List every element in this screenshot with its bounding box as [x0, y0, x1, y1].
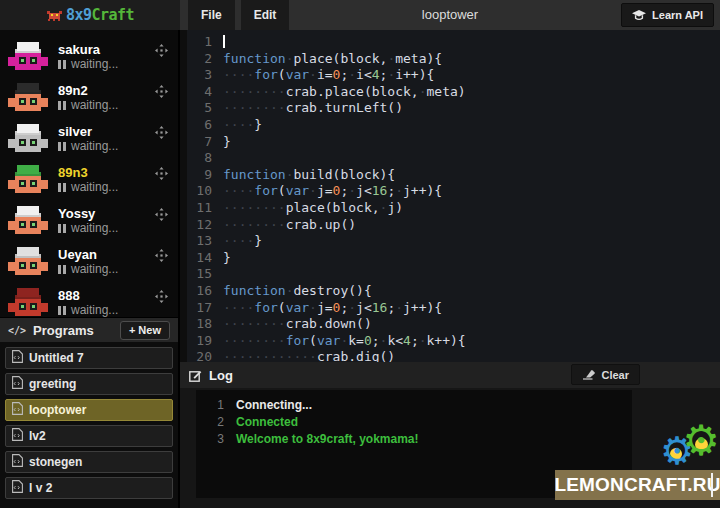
log-title: Log — [209, 368, 233, 383]
program-file-icon — [12, 480, 23, 496]
program-label: lv2 — [29, 429, 46, 443]
program-file-icon — [12, 402, 23, 418]
code-text: ············crab.dig() — [223, 349, 395, 362]
watermark-banner: LEMONCRAFT.RU — [555, 470, 720, 500]
code-line: 6····} — [187, 117, 720, 134]
file-menu-button[interactable]: File — [188, 0, 235, 30]
player-row[interactable]: 89n3waiting... — [0, 159, 178, 200]
pause-icon — [58, 142, 66, 151]
learn-api-button[interactable]: Learn API — [621, 3, 714, 27]
code-line: 11········place(block,·j) — [187, 200, 720, 217]
player-status-label: waiting... — [71, 57, 118, 71]
player-row[interactable]: Yossywaiting... — [0, 200, 178, 241]
player-list: sakurawaiting...89n2waiting...silverwait… — [0, 30, 178, 317]
program-item[interactable]: greeting — [5, 373, 173, 395]
log-entry: 1Connecting... — [208, 397, 632, 414]
move-player-button[interactable] — [155, 248, 168, 266]
player-row[interactable]: 888waiting... — [0, 282, 178, 317]
graduation-cap-icon — [632, 10, 646, 21]
log-entry-text: Connecting... — [236, 397, 312, 414]
player-status-label: waiting... — [71, 221, 118, 235]
program-item[interactable]: lv2 — [5, 425, 173, 447]
edit-menu-button[interactable]: Edit — [241, 0, 290, 30]
crab-avatar-icon — [8, 288, 48, 318]
app-logo: 8x9Craft — [0, 0, 180, 30]
player-info: 89n3waiting... — [58, 165, 118, 194]
code-line: 1 — [187, 34, 720, 51]
player-status-label: waiting... — [71, 303, 118, 317]
player-status: waiting... — [58, 303, 118, 317]
program-file-icon — [12, 428, 23, 444]
line-number: 9 — [187, 167, 223, 184]
line-number: 1 — [187, 34, 223, 51]
line-number: 2 — [187, 51, 223, 68]
player-status-label: waiting... — [71, 98, 118, 112]
log-entry-number: 2 — [208, 414, 224, 431]
player-status: waiting... — [58, 221, 118, 235]
move-player-icon — [155, 249, 168, 262]
code-text: } — [223, 250, 231, 267]
program-item[interactable]: l v 2 — [5, 477, 173, 499]
move-player-button[interactable] — [155, 289, 168, 307]
program-item[interactable]: looptower — [5, 399, 173, 421]
pause-icon — [58, 265, 66, 274]
player-status: waiting... — [58, 262, 118, 276]
app-window: 8x9Craft looptower File Edit Learn API s… — [0, 0, 720, 508]
log-entry-text: Welcome to 8x9craft, yokmama! — [236, 431, 419, 448]
player-status: waiting... — [58, 57, 118, 71]
code-editor[interactable]: 12function·place(block,·meta){3····for(v… — [180, 30, 720, 362]
crab-avatar-icon — [8, 206, 48, 236]
code-line: 13····} — [187, 233, 720, 250]
top-bar: 8x9Craft looptower File Edit Learn API — [0, 0, 720, 30]
player-name: 888 — [58, 288, 118, 303]
player-name: Yossy — [58, 206, 118, 221]
player-avatar — [8, 247, 48, 277]
code-line: 5········crab.turnLeft() — [187, 100, 720, 117]
log-entry: 2Connected — [208, 414, 632, 431]
pause-icon — [58, 224, 66, 233]
player-avatar — [8, 83, 48, 113]
move-player-button[interactable] — [155, 43, 168, 61]
log-entry: 3Welcome to 8x9craft, yokmama! — [208, 431, 632, 448]
programs-list: Untitled 7greetinglooptowerlv2stonegenl … — [0, 342, 178, 508]
program-label: looptower — [29, 403, 86, 417]
code-text: function·place(block,·meta){ — [223, 51, 442, 68]
move-player-button[interactable] — [155, 125, 168, 143]
program-file-icon — [12, 480, 23, 493]
line-number: 14 — [187, 250, 223, 267]
move-player-button[interactable] — [155, 166, 168, 184]
code-text: ····for(var·j=0;·j<16;·j++){ — [223, 300, 442, 317]
code-text: function·build(block){ — [223, 167, 395, 184]
player-row[interactable]: silverwaiting... — [0, 118, 178, 159]
player-info: Yossywaiting... — [58, 206, 118, 235]
programs-header: </> Programs + New — [0, 317, 178, 342]
main-area: sakurawaiting...89n2waiting...silverwait… — [0, 30, 720, 508]
code-text: ········place(block,·j) — [223, 200, 403, 217]
move-player-icon — [155, 290, 168, 303]
code-line: 14} — [187, 250, 720, 267]
code-line: 16function·destroy(){ — [187, 283, 720, 300]
player-avatar — [8, 288, 48, 318]
move-player-button[interactable] — [155, 84, 168, 102]
player-row[interactable]: 89n2waiting... — [0, 77, 178, 118]
player-row[interactable]: Ueyanwaiting... — [0, 241, 178, 282]
player-status-label: waiting... — [71, 262, 118, 276]
player-row[interactable]: sakurawaiting... — [0, 36, 178, 77]
code-text: ····} — [223, 117, 262, 134]
text-cursor — [223, 35, 225, 48]
new-program-button[interactable]: + New — [120, 321, 170, 340]
line-number: 20 — [187, 349, 223, 362]
line-number: 12 — [187, 217, 223, 234]
clear-log-button[interactable]: Clear — [571, 364, 640, 385]
player-name: sakura — [58, 42, 118, 57]
code-line: 2function·place(block,·meta){ — [187, 51, 720, 68]
program-item[interactable]: Untitled 7 — [5, 347, 173, 369]
move-player-icon — [155, 126, 168, 139]
move-player-button[interactable] — [155, 207, 168, 225]
code-text: function·destroy(){ — [223, 283, 372, 300]
code-line: 8 — [187, 150, 720, 167]
code-line: 20············crab.dig() — [187, 349, 720, 362]
player-avatar — [8, 124, 48, 154]
program-item[interactable]: stonegen — [5, 451, 173, 473]
line-number: 5 — [187, 100, 223, 117]
